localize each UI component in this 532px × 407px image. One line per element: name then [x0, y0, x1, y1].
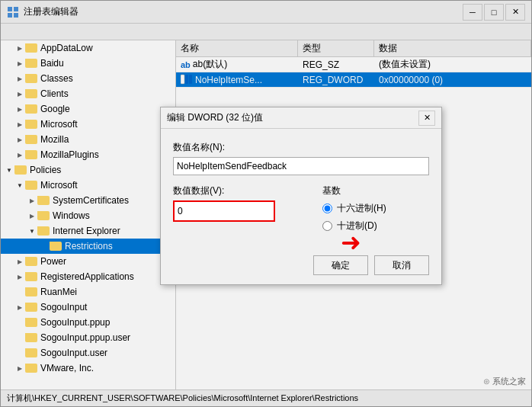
dialog-close-button[interactable]: ✕ — [418, 111, 435, 126]
base-label: 基数 — [322, 184, 429, 197]
name-label: 数值名称(N): — [173, 141, 429, 154]
radio-hex-label: 十六进制(H) — [337, 202, 386, 215]
value-input[interactable] — [175, 202, 274, 220]
radio-hex-input[interactable] — [322, 204, 332, 213]
radio-dec-input[interactable] — [322, 221, 332, 231]
ok-button[interactable]: 确定 — [313, 255, 368, 275]
base-section: 基数 十六进制(H) 十进制(D) — [322, 184, 429, 237]
name-input[interactable] — [173, 157, 429, 175]
value-label: 数值数据(V): — [173, 184, 310, 197]
dialog-body: 数值名称(N): 数值数据(V): 基数 十六进制(H) 十进制(D) — [161, 129, 441, 249]
value-input-wrapper — [173, 200, 275, 222]
dialog-title: 编辑 DWORD (32 位)值 — [167, 111, 418, 124]
value-base-row: 数值数据(V): 基数 十六进制(H) 十进制(D) — [173, 184, 429, 237]
value-section: 数值数据(V): — [173, 184, 310, 222]
dialog-dword: 编辑 DWORD (32 位)值 ✕ 数值名称(N): 数值数据(V): 基数 … — [160, 107, 442, 285]
dialog-footer: ➜ 确定 取消 — [161, 249, 441, 284]
radio-dec: 十进制(D) — [322, 220, 429, 232]
cancel-button[interactable]: 取消 — [374, 255, 429, 275]
dialog-title-bar: 编辑 DWORD (32 位)值 ✕ — [161, 107, 441, 129]
radio-hex: 十六进制(H) — [322, 202, 429, 215]
arrow-indicator: ➜ — [341, 228, 361, 257]
